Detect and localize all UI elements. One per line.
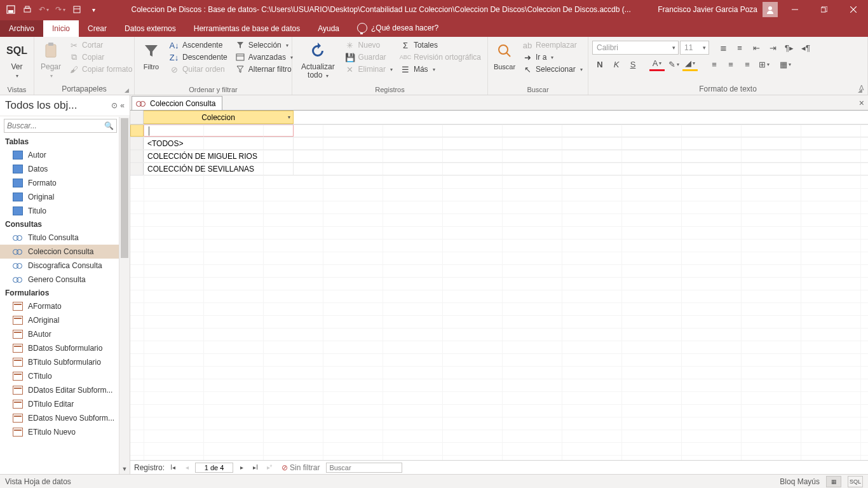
select-all-cell[interactable] (130, 111, 144, 124)
table-row[interactable]: │ (130, 125, 868, 137)
tab-external-data[interactable]: Datos externos (116, 20, 185, 37)
advanced-filter-button[interactable]: Avanzadas▾ (233, 51, 295, 63)
row-selector[interactable] (130, 150, 144, 162)
collapse-ribbon-button[interactable]: ᐱ (859, 84, 864, 92)
column-header[interactable]: Coleccion▾ (144, 111, 294, 124)
table-row[interactable]: <TODOS> (130, 137, 868, 150)
rtl-button[interactable]: ◂¶ (798, 41, 813, 55)
nav-scrollbar[interactable]: ▲ ▼ (119, 117, 130, 474)
qat-mode-icon[interactable] (70, 3, 84, 17)
record-search-input[interactable] (326, 463, 402, 473)
nav-item[interactable]: Genero Consulta (0, 273, 130, 287)
first-record-button[interactable]: I◂ (167, 463, 179, 473)
record-position-input[interactable] (195, 463, 233, 473)
nav-search-box[interactable]: 🔍 (4, 119, 117, 133)
replace-button[interactable]: abReemplazar (520, 39, 585, 51)
underline-button[interactable]: S (625, 57, 641, 71)
next-record-button[interactable]: ▸ (236, 463, 247, 473)
nav-item[interactable]: Formato (0, 176, 130, 190)
prev-record-button[interactable]: ◂ (181, 463, 193, 473)
cell[interactable]: COLECCIÓN DE SEVILLANAS (144, 163, 294, 175)
cut-button[interactable]: ✂Cortar (66, 39, 135, 51)
table-row[interactable]: COLECCIÓN DE SEVILLANAS (130, 163, 868, 175)
nav-item[interactable]: CTitulo (0, 369, 130, 383)
delete-record-button[interactable]: ✕Eliminar▾ (342, 64, 395, 75)
minimize-button[interactable] (780, 0, 810, 19)
cell[interactable]: COLECCIÓN DE MIGUEL RIOS (144, 150, 294, 162)
tab-database-tools[interactable]: Herramientas de base de datos (185, 20, 309, 37)
close-button[interactable] (839, 0, 868, 19)
nav-search-toggle-icon[interactable]: ⊙ (111, 101, 118, 110)
nav-item[interactable]: DTitulo Editar (0, 397, 130, 411)
tab-file[interactable]: Archivo (0, 20, 43, 37)
sql-view-button[interactable]: SQL (848, 476, 863, 487)
totals-button[interactable]: ΣTotales (398, 39, 484, 51)
font-family-combo[interactable]: Calibri (592, 41, 679, 55)
align-right-button[interactable]: ≡ (740, 57, 755, 71)
tab-help[interactable]: Ayuda (309, 20, 348, 37)
paste-button[interactable]: Pegar▾ (38, 39, 64, 81)
last-record-button[interactable]: ▸I (250, 463, 261, 473)
row-selector[interactable] (130, 163, 144, 175)
nav-item[interactable]: BDatos Subformulario (0, 341, 130, 355)
row-selector[interactable] (130, 137, 144, 149)
nav-item[interactable]: Titulo Consulta (0, 231, 130, 245)
copy-button[interactable]: ⧉Copiar (66, 51, 135, 63)
qat-print-icon[interactable] (20, 3, 34, 17)
nav-item[interactable]: Titulo (0, 204, 130, 218)
qat-undo-icon[interactable]: ↶ ▾ (37, 3, 51, 17)
alt-row-color-button[interactable]: ▦▾ (778, 57, 793, 71)
nav-search-input[interactable] (7, 121, 104, 130)
cell[interactable]: <TODOS> (144, 137, 294, 149)
document-tab[interactable]: Coleccion Consulta (132, 96, 222, 110)
nav-category[interactable]: Formulariosᐱ (0, 287, 130, 299)
remove-sort-button[interactable]: ⊘Quitar orden (166, 64, 230, 75)
toggle-filter-button[interactable]: Alternar filtro (233, 64, 295, 75)
sort-desc-button[interactable]: Z↓Descendente (166, 51, 230, 63)
qat-save-icon[interactable] (4, 3, 18, 17)
goto-button[interactable]: ➜Ir a▾ (520, 51, 585, 63)
find-button[interactable]: Buscar (492, 39, 517, 72)
nav-item[interactable]: BAutor (0, 327, 130, 341)
nav-item[interactable]: ETitulo Nuevo (0, 425, 130, 439)
filter-button[interactable]: Filtro (139, 39, 164, 72)
align-left-button[interactable]: ≡ (707, 57, 722, 71)
font-size-combo[interactable]: 11 (680, 41, 709, 55)
tab-home[interactable]: Inicio (43, 20, 79, 37)
nav-category[interactable]: Tablasᐱ (0, 135, 130, 148)
numbering-button[interactable]: ≡ (732, 41, 747, 55)
save-record-button[interactable]: 💾Guardar (342, 51, 395, 63)
nav-item[interactable]: BTitulo Subformulario (0, 355, 130, 369)
user-avatar[interactable] (763, 2, 778, 17)
nav-item[interactable]: Autor (0, 148, 130, 162)
table-row[interactable]: COLECCIÓN DE MIGUEL RIOS (130, 150, 868, 163)
qat-customize-icon[interactable]: ▾ (86, 3, 100, 17)
nav-item[interactable]: Datos (0, 162, 130, 176)
nav-item[interactable]: Coleccion Consulta (0, 245, 130, 259)
close-document-button[interactable]: × (859, 98, 864, 108)
tab-create[interactable]: Crear (79, 20, 116, 37)
align-center-button[interactable]: ≡ (723, 57, 738, 71)
gridlines-button[interactable]: ⊞▾ (756, 57, 771, 71)
nav-collapse-icon[interactable]: « (120, 101, 125, 110)
scroll-down-icon[interactable]: ▼ (119, 463, 130, 474)
indent-inc-button[interactable]: ⇥ (765, 41, 780, 55)
row-selector[interactable] (130, 125, 144, 137)
nav-category[interactable]: Consultasᐱ (0, 218, 130, 231)
nav-item[interactable]: AFormato (0, 299, 130, 313)
refresh-all-button[interactable]: Actualizar todo ▾ (296, 39, 340, 81)
cell[interactable]: │ (144, 125, 294, 137)
view-button[interactable]: SQL Ver▾ (4, 39, 30, 81)
ltr-button[interactable]: ¶▸ (782, 41, 797, 55)
selection-filter-button[interactable]: Selección▾ (233, 39, 295, 51)
restore-button[interactable] (810, 0, 839, 19)
select-button[interactable]: ↖Seleccionar▾ (520, 64, 585, 75)
spelling-button[interactable]: ABCRevisión ortográfica (398, 51, 484, 63)
nav-item[interactable]: Original (0, 190, 130, 204)
sort-asc-button[interactable]: A↓Ascendente (166, 39, 230, 51)
highlight-button[interactable]: ✎▾ (666, 57, 681, 71)
nav-title[interactable]: Todos los obj... (5, 99, 109, 112)
bullets-button[interactable]: ≣ (715, 41, 731, 55)
scroll-thumb[interactable] (121, 118, 128, 258)
indent-dec-button[interactable]: ⇤ (749, 41, 764, 55)
